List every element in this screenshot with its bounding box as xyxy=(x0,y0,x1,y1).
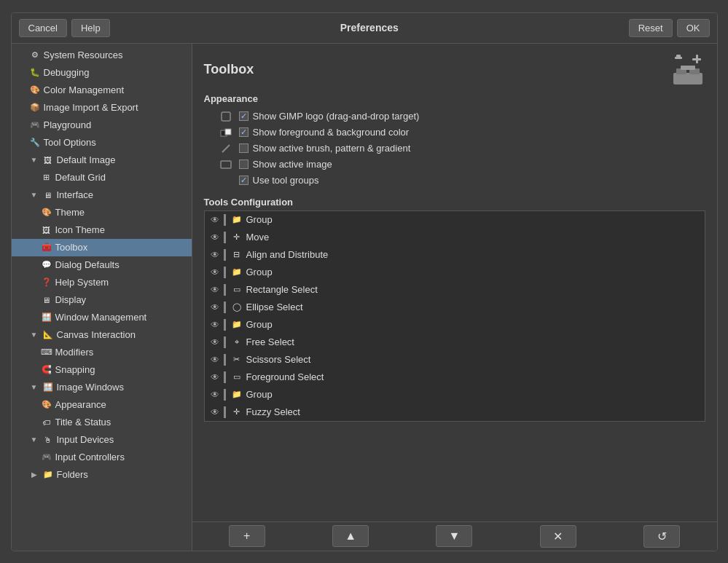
tool-row-group-3[interactable]: 👁 📁 Group xyxy=(205,316,705,334)
rect-select-icon: ▭ xyxy=(230,283,243,296)
eye-icon-rect-select[interactable]: 👁 xyxy=(209,284,221,296)
sidebar-label-display: Display xyxy=(55,294,87,305)
tool-indent-group-1 xyxy=(224,214,226,226)
tool-row-scissors-select[interactable]: 👁 ✂ Scissors Select xyxy=(205,351,705,369)
sidebar-item-theme[interactable]: 🎨 Theme xyxy=(12,204,192,221)
snapping-icon: 🧲 xyxy=(41,364,52,376)
eye-icon-scissors-select[interactable]: 👁 xyxy=(209,354,221,366)
use-tool-groups-checkbox[interactable] xyxy=(239,176,248,185)
show-fg-bg-checkbox[interactable] xyxy=(239,127,248,137)
main-panel-title: Toolbox xyxy=(204,62,254,77)
svg-rect-0 xyxy=(673,73,702,84)
eye-icon-align[interactable]: 👁 xyxy=(209,249,221,261)
tools-config-section: Tools Configuration 👁 📁 Group 👁 xyxy=(204,197,705,422)
eye-icon-group-4[interactable]: 👁 xyxy=(209,389,221,401)
tool-row-rect-select[interactable]: 👁 ▭ Rectangle Select xyxy=(205,281,705,299)
folder-icon-1: 📁 xyxy=(230,213,243,227)
playground-icon: 🎮 xyxy=(29,119,41,131)
ok-button[interactable]: OK xyxy=(677,19,710,37)
sidebar-label-debugging: Debugging xyxy=(44,67,90,78)
system-resources-icon: ⚙ xyxy=(29,50,41,61)
sidebar-item-canvas-interaction[interactable]: ▼ 📐 Canvas Interaction xyxy=(12,326,192,344)
show-fg-bg-checkbox-wrapper[interactable]: Show foreground & background color xyxy=(239,127,410,138)
tool-name-align: Align and Distribute xyxy=(246,249,329,260)
show-active-image-checkbox-wrapper[interactable]: Show active image xyxy=(239,159,332,170)
sidebar-item-display[interactable]: 🖥 Display xyxy=(12,291,192,309)
sidebar-item-color-management[interactable]: 🎨 Color Management xyxy=(12,82,192,99)
sidebar-item-default-grid[interactable]: ⊞ Default Grid xyxy=(12,169,192,186)
sidebar-item-toolbox[interactable]: 🧰 Toolbox xyxy=(12,239,192,256)
sidebar-item-modifiers[interactable]: ⌨ Modifiers xyxy=(12,344,192,361)
sidebar-item-title-status[interactable]: 🏷 Title & Status xyxy=(12,414,192,431)
move-tool-up-button[interactable]: ▲ xyxy=(332,525,369,547)
eye-icon-group-3[interactable]: 👁 xyxy=(209,319,221,331)
sidebar-item-window-management[interactable]: 🪟 Window Management xyxy=(12,309,192,326)
svg-rect-3 xyxy=(681,66,695,70)
show-gimp-logo-checkbox[interactable] xyxy=(239,111,248,121)
sidebar-item-help-system[interactable]: ❓ Help System xyxy=(12,274,192,291)
tool-row-fg-select[interactable]: 👁 ▭ Foreground Select xyxy=(205,369,705,386)
tool-name-ellipse-select: Ellipse Select xyxy=(246,302,303,312)
sidebar-item-interface[interactable]: ▼ 🖥 Interface xyxy=(12,186,192,204)
appearance-section-title: Appearance xyxy=(204,93,705,104)
help-system-icon: ❓ xyxy=(41,277,52,288)
sidebar-label-tool-options: Tool Options xyxy=(44,137,96,148)
tool-name-group-4: Group xyxy=(246,389,273,400)
show-active-brush-checkbox[interactable] xyxy=(239,143,248,153)
sidebar-item-image-windows[interactable]: ▼ 🪟 Image Windows xyxy=(12,379,192,396)
appearance-section: Appearance Show GIMP logo (drag-and-drop… xyxy=(204,93,705,188)
help-button[interactable]: Help xyxy=(71,19,110,37)
tool-row-free-select[interactable]: 👁 ⌖ Free Select xyxy=(205,334,705,351)
title-status-icon: 🏷 xyxy=(41,417,52,428)
sidebar-label-system-resources: System Resources xyxy=(44,50,123,60)
tool-row-ellipse-select[interactable]: 👁 ◯ Ellipse Select xyxy=(205,299,705,316)
add-tool-button[interactable]: + xyxy=(229,525,265,547)
cancel-button[interactable]: Cancel xyxy=(19,19,67,37)
sidebar-item-system-resources[interactable]: ⚙ System Resources xyxy=(12,47,192,64)
tool-row-group-2[interactable]: 👁 📁 Group xyxy=(205,264,705,281)
show-gimp-logo-checkbox-wrapper[interactable]: Show GIMP logo (drag-and-drop target) xyxy=(239,111,420,122)
eye-icon-move[interactable]: 👁 xyxy=(209,232,221,243)
sidebar-item-appearance[interactable]: 🎨 Appearance xyxy=(12,396,192,414)
interface-icon: 🖥 xyxy=(42,189,54,201)
eye-icon-fg-select[interactable]: 👁 xyxy=(209,371,221,383)
sidebar-item-snapping[interactable]: 🧲 Snapping xyxy=(12,361,192,379)
sidebar-item-folders[interactable]: ▶ 📁 Folders xyxy=(12,466,192,484)
tool-row-group-1[interactable]: 👁 📁 Group xyxy=(205,211,705,229)
sidebar-item-tool-options[interactable]: 🔧 Tool Options xyxy=(12,134,192,151)
eye-icon-group-1[interactable]: 👁 xyxy=(209,214,221,226)
sidebar-item-input-devices[interactable]: ▼ 🖱 Input Devices xyxy=(12,431,192,449)
eye-icon-ellipse-select[interactable]: 👁 xyxy=(209,302,221,313)
eye-icon-free-select[interactable]: 👁 xyxy=(209,336,221,348)
show-fg-bg-label: Show foreground & background color xyxy=(253,127,410,138)
color-management-icon: 🎨 xyxy=(29,84,41,96)
tool-name-fg-select: Foreground Select xyxy=(246,371,324,382)
tool-name-free-select: Free Select xyxy=(246,336,294,347)
tool-row-fuzzy-select[interactable]: 👁 ✛ Fuzzy Select xyxy=(205,403,705,421)
tool-row-align[interactable]: 👁 ⊟ Align and Distribute xyxy=(205,246,705,264)
eye-icon-group-2[interactable]: 👁 xyxy=(209,267,221,278)
dialog-header: Cancel Help Preferences Reset OK xyxy=(12,13,717,44)
sidebar-item-dialog-defaults[interactable]: 💬 Dialog Defaults xyxy=(12,256,192,274)
delete-tool-button[interactable]: ✕ xyxy=(540,525,576,548)
sidebar-item-debugging[interactable]: 🐛 Debugging xyxy=(12,64,192,82)
sidebar-label-canvas-interaction: Canvas Interaction xyxy=(57,329,136,340)
reset-tools-button[interactable]: ↺ xyxy=(643,525,680,548)
show-active-image-checkbox[interactable] xyxy=(239,160,248,169)
tool-name-scissors-select: Scissors Select xyxy=(246,354,311,365)
move-tool-down-button[interactable]: ▼ xyxy=(436,525,472,547)
sidebar-item-image-import-export[interactable]: 📦 Image Import & Export xyxy=(12,99,192,117)
show-active-brush-checkbox-wrapper[interactable]: Show active brush, pattern & gradient xyxy=(239,143,411,154)
eye-icon-fuzzy-select[interactable]: 👁 xyxy=(209,406,221,418)
sidebar-item-default-image[interactable]: ▼ 🖼 Default Image xyxy=(12,151,192,169)
sidebar-label-folders: Folders xyxy=(57,469,88,480)
svg-rect-10 xyxy=(225,129,231,135)
sidebar-item-input-controllers[interactable]: 🎮 Input Controllers xyxy=(12,449,192,466)
brush-row-icon xyxy=(219,143,233,154)
sidebar-item-playground[interactable]: 🎮 Playground xyxy=(12,117,192,134)
tool-row-move[interactable]: 👁 ✛ Move xyxy=(205,229,705,246)
sidebar-item-icon-theme[interactable]: 🖼 Icon Theme xyxy=(12,221,192,239)
tool-indent-scissors-select xyxy=(224,354,226,366)
tool-row-group-4[interactable]: 👁 📁 Group xyxy=(205,386,705,403)
reset-button[interactable]: Reset xyxy=(629,19,673,37)
